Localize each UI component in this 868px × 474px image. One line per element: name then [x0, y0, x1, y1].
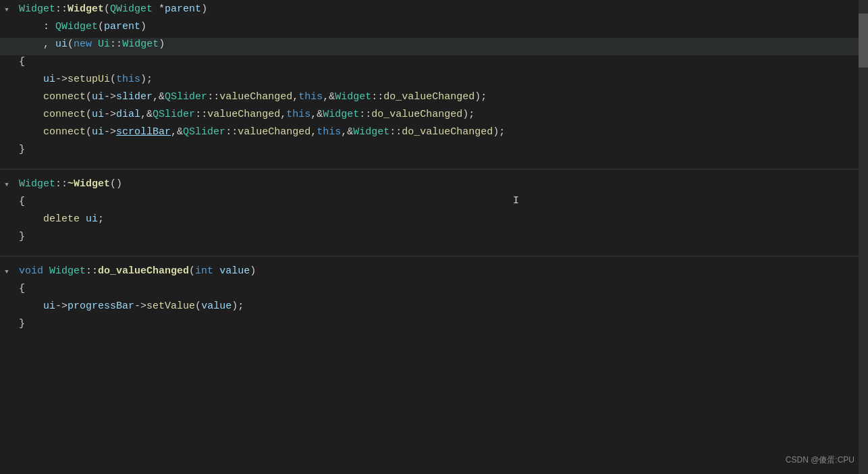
line-content-2: : QWidget(parent) [13, 21, 868, 32]
watermark: CSDN @傻蛋:CPU [786, 454, 855, 466]
separator-1 [0, 169, 868, 169]
line-content-1: Widget::Widget(QWidget *parent) [13, 3, 868, 15]
line-content-4: { [13, 56, 868, 68]
code-line-4: { [0, 55, 868, 73]
code-line-14: void Widget::do_valueChanged(int value) [0, 265, 868, 282]
line-content-13: } [13, 231, 868, 242]
separator-2 [0, 256, 868, 257]
code-line-8: connect(ui->scrollBar,&QSlider::valueCha… [0, 126, 868, 143]
scrollbar-thumb[interactable] [859, 14, 868, 68]
fold-arrow-1[interactable] [0, 5, 13, 14]
code-line-17: } [0, 317, 868, 335]
line-content-10: Widget::~Widget() [13, 178, 868, 190]
code-line-13: } [0, 230, 868, 248]
line-content-11: { [13, 196, 868, 207]
code-line-6: connect(ui->slider,&QSlider::valueChange… [0, 90, 868, 108]
line-content-9: } [13, 144, 868, 155]
line-content-5: ui->setupUi(this); [13, 74, 868, 85]
code-line-15: { [0, 282, 868, 300]
code-line-1: Widget::Widget(QWidget *parent) [0, 3, 868, 20]
code-block-constructor: Widget::Widget(QWidget *parent) : QWidge… [0, 0, 868, 163]
line-content-7: connect(ui->dial,&QSlider::valueChanged,… [13, 109, 868, 120]
line-content-3: , ui(new Ui::Widget) [13, 38, 868, 50]
code-line-7: connect(ui->dial,&QSlider::valueChanged,… [0, 108, 868, 126]
fold-arrow-14[interactable] [0, 267, 13, 275]
line-content-14: void Widget::do_valueChanged(int value) [13, 265, 868, 277]
fold-arrow-10[interactable] [0, 180, 13, 188]
code-line-12: delete ui; [0, 213, 868, 230]
line-content-16: ui->progressBar->setValue(value); [13, 300, 868, 312]
line-content-6: connect(ui->slider,&QSlider::valueChange… [13, 91, 868, 103]
scrollbar[interactable] [859, 0, 868, 474]
line-content-8: connect(ui->scrollBar,&QSlider::valueCha… [13, 126, 868, 138]
code-line-5: ui->setupUi(this); [0, 73, 868, 90]
code-line-16: ui->progressBar->setValue(value); [0, 300, 868, 317]
code-block-do-value-changed: void Widget::do_valueChanged(int value) … [0, 262, 868, 338]
line-content-15: { [13, 283, 868, 294]
line-content-12: delete ui; [13, 213, 868, 225]
code-line-11: { [0, 195, 868, 213]
code-line-9: } [0, 143, 868, 161]
code-line-2: : QWidget(parent) [0, 20, 868, 38]
code-line-10: Widget::~Widget() [0, 178, 868, 195]
line-content-17: } [13, 318, 868, 330]
code-block-destructor: Widget::~Widget() { delete ui; } I [0, 175, 868, 251]
code-editor: Widget::Widget(QWidget *parent) : QWidge… [0, 0, 868, 474]
code-line-3: , ui(new Ui::Widget) [0, 38, 868, 55]
